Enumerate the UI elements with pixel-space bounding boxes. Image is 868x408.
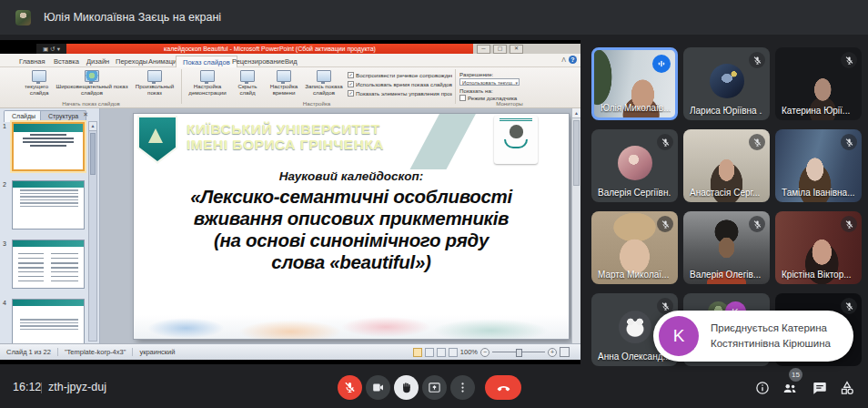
participant-tile[interactable]: Валерія Олегів... <box>683 211 770 284</box>
custom-show-button[interactable]: Произвольный показ <box>130 70 179 96</box>
participant-tile[interactable]: Крістіна Віктор... <box>775 211 862 284</box>
from-current-slide-button[interactable]: С текущего слайда <box>24 70 55 96</box>
thumb-number: 2 <box>3 181 6 188</box>
tab-home[interactable]: Главная <box>13 56 52 67</box>
slide-kicker: Науковий калейдоскоп: <box>134 169 569 183</box>
tab-outline[interactable]: Структура <box>40 110 86 122</box>
slide-counter: Слайд 1 из 22 <box>0 348 58 356</box>
chat-icon[interactable] <box>812 380 828 400</box>
slide-thumbnail-4[interactable] <box>12 299 85 343</box>
language-indicator[interactable]: украинский <box>133 348 181 356</box>
toast-avatar: K <box>659 316 699 356</box>
raise-hand-button[interactable] <box>394 375 419 400</box>
sorter-view-icon[interactable] <box>425 348 434 357</box>
clock: 16:12 <box>13 381 41 393</box>
university-name: КИЇВСЬКИЙ УНІВЕРСИТЕТ ІМЕНІ БОРИСА ГРІНЧ… <box>187 121 384 152</box>
presenter-banner: Юлія Миколаївна Заєць на екрані <box>0 0 868 35</box>
setup-group-label: Настройка <box>185 100 449 107</box>
participant-tile[interactable]: Валерія Сергіївн... <box>591 129 678 202</box>
slide[interactable]: КИЇВСЬКИЙ УНІВЕРСИТЕТ ІМЕНІ БОРИСА ГРІНЧ… <box>134 114 569 339</box>
leave-call-button[interactable] <box>485 375 521 400</box>
collapse-ribbon-icon[interactable]: ᐱ <box>561 56 566 64</box>
ppt-window-title: калейдоскоп Beautiful - Microsoft PowerP… <box>164 46 376 52</box>
ribbon: С текущего слайда Широковещательный пока… <box>0 67 580 108</box>
university-emblem <box>494 116 538 164</box>
monitors-group-label: Мониторы <box>459 100 560 107</box>
slide-thumbnail-2[interactable] <box>12 180 85 230</box>
show-on-label: Показать на: <box>459 87 493 94</box>
thumb-number: 3 <box>3 240 6 247</box>
hide-slide-button[interactable]: Скрыть слайд <box>231 70 264 96</box>
resolution-label: Разрешение: <box>459 71 493 77</box>
narration-checkbox[interactable]: ✓Воспроизвести речевое сопровождение <box>348 72 452 78</box>
setup-slideshow-button[interactable]: Настройка демонстрации <box>185 70 230 96</box>
more-options-button[interactable] <box>450 375 475 400</box>
participant-tile[interactable]: Юлія Миколаїв... <box>591 47 678 120</box>
thumb-number: 4 <box>3 300 6 306</box>
participant-tile[interactable]: Анастасія Серг... <box>683 129 770 202</box>
save-icon: ▣ <box>43 46 48 53</box>
mic-off-icon <box>841 216 857 232</box>
participant-tile[interactable]: Таміла Іванівна... <box>775 129 862 202</box>
minimize-button[interactable]: ─ <box>477 45 490 54</box>
shared-screen: ▣↺▾ калейдоскоп Beautiful - Microsoft Po… <box>0 40 580 364</box>
slide-title: «Лексико-семантичні особливості вживання… <box>134 186 569 273</box>
record-slideshow-button[interactable]: Запись показа слайдов <box>304 70 344 96</box>
normal-view-icon[interactable] <box>413 348 422 357</box>
tab-view[interactable]: Вид <box>278 56 304 67</box>
participant-tile[interactable]: Лариса Юріївна ... <box>683 47 770 120</box>
mic-off-icon <box>841 52 857 68</box>
slide-footer-decoration <box>134 315 569 339</box>
slide-thumbnail-3[interactable] <box>12 240 85 289</box>
chevron-down-icon: ▾ <box>57 46 60 53</box>
broadcast-slideshow-button[interactable]: Широковещательный показ слайдов <box>55 70 129 96</box>
slideshow-view-icon[interactable] <box>449 348 458 357</box>
ppt-title-bar[interactable]: калейдоскоп Beautiful - Microsoft PowerP… <box>66 44 473 54</box>
participants-icon[interactable] <box>782 380 798 400</box>
mic-off-icon <box>657 134 673 150</box>
participant-tile[interactable]: Катерина Юрії... <box>775 47 862 120</box>
zoom-out-icon[interactable]: − <box>480 348 490 357</box>
slide-thumbnail-1[interactable] <box>12 122 85 171</box>
avatar <box>710 64 744 98</box>
mic-off-icon <box>749 134 765 150</box>
participant-count-badge: 15 <box>789 368 802 382</box>
toast-text: Приєднується Катерина Костянтинівна Кірю… <box>711 321 831 352</box>
zoom-level: 100% <box>460 348 478 356</box>
participant-tile[interactable]: Марта Миколаї... <box>591 211 678 284</box>
editor-scrollbar[interactable]: ▲ <box>571 108 580 343</box>
media-controls-checkbox[interactable]: ✓Показать элементы управления проигрыват… <box>348 90 452 97</box>
avatar <box>619 311 651 343</box>
maximize-button[interactable]: ▢ <box>493 45 507 54</box>
fit-to-window-icon[interactable] <box>560 347 570 357</box>
panel-scrollbar[interactable]: ▲ <box>88 121 97 342</box>
resolution-dropdown[interactable]: Использовать текущ... <box>459 78 520 86</box>
mic-button[interactable] <box>338 375 362 400</box>
presenter-avatar <box>15 10 31 26</box>
help-icon[interactable]: ? <box>569 56 577 64</box>
zoom-slider[interactable] <box>492 352 545 352</box>
resolution-row: Разрешение: <box>459 71 493 77</box>
ppt-window-controls: ─ ▢ ✕ <box>473 44 580 54</box>
template-name: "Template-korp-4x3" <box>58 348 133 356</box>
tab-slides[interactable]: Слайды <box>4 110 44 122</box>
rehearse-timings-button[interactable]: Настройка времени <box>265 70 303 96</box>
close-button[interactable]: ✕ <box>510 45 523 54</box>
meeting-code: zth-jpyz-duj <box>48 381 106 393</box>
mic-off-icon <box>749 52 765 68</box>
close-icon[interactable]: ✕ <box>83 111 88 118</box>
mic-off-icon <box>749 216 765 232</box>
mic-off-icon <box>841 134 857 150</box>
meet-window: Юлія Миколаївна Заєць на екрані ▣↺▾ кале… <box>0 0 868 408</box>
quick-access-toolbar[interactable]: ▣↺▾ <box>36 44 66 54</box>
use-timings-checkbox[interactable]: ✓Использовать время показа слайдов <box>348 81 452 87</box>
activities-icon[interactable] <box>839 380 855 400</box>
zoom-in-icon[interactable]: + <box>548 348 557 357</box>
reading-view-icon[interactable] <box>437 348 446 357</box>
ppt-status-bar: Слайд 1 из 22 "Template-korp-4x3" украин… <box>0 343 580 360</box>
presenter-label: Юлія Миколаївна Заєць на екрані <box>44 11 221 24</box>
slide-panel: Слайды Структура ✕ 1 2 3 4 ▲ <box>0 108 100 343</box>
meeting-details-icon[interactable] <box>754 380 771 400</box>
camera-button[interactable] <box>366 375 390 400</box>
present-button[interactable] <box>422 375 447 400</box>
